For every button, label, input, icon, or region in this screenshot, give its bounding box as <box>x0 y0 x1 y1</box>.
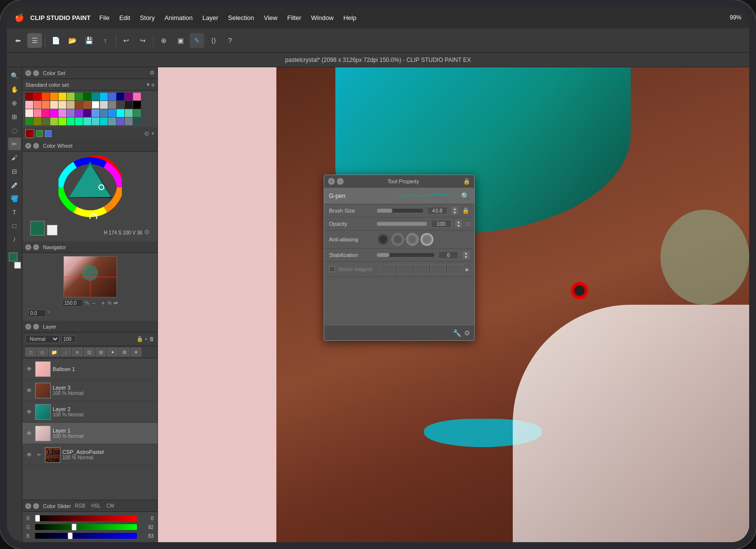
opacity-checkbox[interactable]: □ <box>466 220 469 227</box>
layer-item-1[interactable]: 👁 Layer 1 100 % Normal <box>22 423 157 444</box>
swatch-spring[interactable] <box>67 118 75 125</box>
nav-angle-input[interactable] <box>28 310 46 317</box>
color-slider-close[interactable]: × <box>25 503 31 509</box>
primary-color-box[interactable] <box>25 129 34 138</box>
aa-btn-medium[interactable] <box>406 233 419 246</box>
swatch-cyan[interactable] <box>116 109 124 117</box>
brush-size-slider[interactable] <box>377 209 423 213</box>
layer-btn-flatten[interactable]: ≡ <box>72 348 83 356</box>
tool-text[interactable]: T <box>8 206 21 218</box>
swatch-peach[interactable] <box>50 101 58 109</box>
nav-zoom-input[interactable] <box>62 299 83 307</box>
toolbar-pen-btn[interactable]: ✎ <box>190 33 204 48</box>
vm-arrow-icon[interactable]: ▶ <box>465 267 469 272</box>
swatch-pink[interactable] <box>25 101 33 109</box>
swatch-dark-slate[interactable] <box>133 118 141 125</box>
swatch-royal-blue[interactable] <box>108 93 116 100</box>
layer-delete-icon[interactable]: 🗑 <box>149 336 155 342</box>
nav-flip-icon[interactable]: ⇄ <box>114 300 117 306</box>
layer-minimize[interactable]: - <box>33 324 39 330</box>
menu-help[interactable]: Help <box>338 12 361 23</box>
nav-zoom-in[interactable]: + <box>101 300 105 307</box>
layer-visibility-2[interactable]: 👁 <box>25 408 33 416</box>
layer-btn-mask[interactable]: ⊟ <box>96 348 106 356</box>
color-slider-cmyk-mode[interactable]: CM <box>105 503 116 509</box>
swatch-forest[interactable] <box>25 118 33 125</box>
swatch-red[interactable] <box>34 93 41 100</box>
swatch-olive[interactable] <box>34 118 41 125</box>
apple-menu[interactable]: 🍎 <box>15 13 24 22</box>
tertiary-color-box[interactable] <box>45 130 52 137</box>
swatch-light-pink[interactable] <box>25 109 33 117</box>
vm-opt-3[interactable] <box>413 264 429 274</box>
menu-view[interactable]: View <box>259 12 282 23</box>
green-slider-thumb[interactable] <box>72 524 77 530</box>
stabilization-slider[interactable] <box>377 253 434 257</box>
swatch-sienna[interactable] <box>83 101 91 109</box>
tool-transform[interactable]: ⊕ <box>8 97 21 109</box>
toolbar-undo-btn[interactable]: ↩ <box>119 33 134 48</box>
color-swatches[interactable] <box>8 252 21 269</box>
layer-btn-clip[interactable]: ⊡ <box>84 348 95 356</box>
swatch-green[interactable] <box>75 93 83 100</box>
swatch-sky-blue[interactable] <box>100 93 108 100</box>
swatch-dark-green[interactable] <box>83 93 91 100</box>
swatch-slate-gray[interactable] <box>125 118 133 125</box>
color-slider-rgb-mode[interactable]: RGB <box>73 503 87 509</box>
tool-select-all[interactable]: ⊞ <box>8 110 21 123</box>
vm-opt-5[interactable] <box>447 264 463 274</box>
layer-close[interactable]: × <box>25 324 31 330</box>
layer-item-3[interactable]: 👁 Layer 3 100 % Normal <box>22 380 157 401</box>
tool-lasso[interactable]: ◌ <box>8 124 21 137</box>
color-set-close[interactable]: × <box>25 70 31 76</box>
color-wheel-minimize[interactable]: - <box>33 143 39 149</box>
layer-item-balloon[interactable]: 👁 Balloon 1 <box>22 358 157 380</box>
swatch-cadet-blue[interactable] <box>108 118 116 125</box>
menu-filter[interactable]: Filter <box>282 12 306 23</box>
tool-zoom[interactable]: 🔍 <box>8 69 21 82</box>
swatch-dodger-blue[interactable] <box>108 109 116 117</box>
layer-btn-merge-down[interactable]: ↓ <box>60 348 71 356</box>
swatch-near-black[interactable] <box>125 101 133 109</box>
swatch-yellow-green[interactable] <box>50 118 58 125</box>
layer-btn-new-vector[interactable]: ◇ <box>37 348 48 356</box>
opacity-slider[interactable] <box>377 222 427 226</box>
dialog-close-btn[interactable]: × <box>328 178 335 185</box>
brush-size-lock-icon[interactable]: 🔒 <box>462 207 469 214</box>
swatch-black[interactable] <box>133 101 141 109</box>
swatch-turquoise[interactable] <box>83 118 91 125</box>
toolbar-transform-btn[interactable]: ⊕ <box>156 33 171 48</box>
color-slider-minimize[interactable]: - <box>33 503 39 509</box>
swatch-cornflower[interactable] <box>92 109 99 117</box>
layer-btn-new-group[interactable]: 📁 <box>49 348 59 356</box>
menu-selection[interactable]: Selection <box>223 12 259 23</box>
toolbar-select-btn[interactable]: ▣ <box>173 33 188 48</box>
stabilization-value[interactable]: 6 <box>438 251 459 259</box>
background-color[interactable] <box>14 262 21 269</box>
swatch-slate-blue[interactable] <box>116 118 124 125</box>
swatch-dark-turquoise[interactable] <box>100 118 108 125</box>
tool-eyedropper[interactable]: 💉 <box>8 178 21 191</box>
blue-slider-thumb[interactable] <box>68 532 73 539</box>
swatch-white[interactable] <box>92 101 99 109</box>
brush-size-value[interactable]: 43.8 <box>427 207 447 215</box>
swatch-magenta[interactable] <box>50 109 58 117</box>
opacity-value[interactable]: 100 <box>431 220 451 228</box>
tool-eraser[interactable]: ⊟ <box>8 165 21 177</box>
layer-visibility-csp[interactable]: 👁 <box>25 451 33 459</box>
swatch-orange-red[interactable] <box>42 93 50 100</box>
swatch-gray[interactable] <box>108 101 116 109</box>
color-wheel-options-icon[interactable]: ⊙ <box>144 228 150 235</box>
color-set-options-icon[interactable]: ≡ <box>152 82 155 88</box>
stabilization-down[interactable]: ▼ <box>463 255 469 259</box>
layer-visibility-1[interactable]: 👁 <box>25 430 33 437</box>
tool-pen[interactable]: ✏ <box>8 137 21 150</box>
toolbar-redo-btn[interactable]: ↪ <box>136 33 150 48</box>
toolbar-new-btn[interactable]: 📄 <box>48 33 63 48</box>
tool-move[interactable]: ✋ <box>8 83 21 96</box>
red-slider-track[interactable] <box>35 515 137 521</box>
aa-btn-weak[interactable] <box>391 233 404 246</box>
swatch-light-gray[interactable] <box>100 101 108 109</box>
toolbar-save-btn[interactable]: 💾 <box>81 33 96 48</box>
footer-wrench-icon[interactable]: 🔧 <box>453 329 461 337</box>
